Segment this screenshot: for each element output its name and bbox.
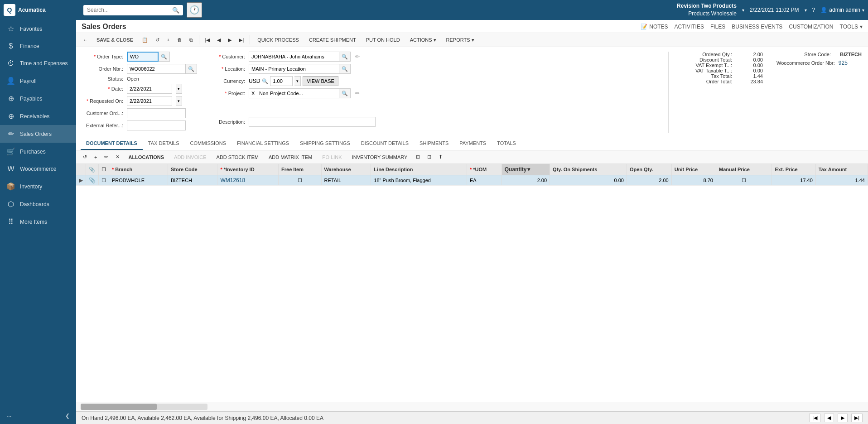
prev-record-button[interactable]: ◀ [215, 36, 223, 44]
history-button[interactable]: 🕐 [187, 2, 202, 18]
search-input[interactable] [87, 7, 169, 13]
tab-shipping-settings[interactable]: SHIPPING SETTINGS [294, 137, 356, 150]
sidebar-item-receivables[interactable]: ⊕ Receivables [0, 107, 76, 125]
next-record-button[interactable]: ▶ [226, 36, 234, 44]
last-record-button[interactable]: ▶| [236, 36, 246, 44]
project-input[interactable] [249, 88, 339, 98]
inventory-id-link[interactable]: WM12618 [220, 177, 245, 183]
customer-field[interactable]: 🔍 [249, 52, 351, 62]
actions-button[interactable]: ACTIONS ▾ [406, 36, 440, 44]
customer-ord-input[interactable] [127, 108, 186, 118]
export-button[interactable]: ⬆ [436, 153, 445, 161]
copy-button[interactable]: 📋 [140, 36, 150, 44]
scrollbar-thumb[interactable] [81, 404, 157, 410]
tab-payments[interactable]: PAYMENTS [454, 137, 492, 150]
table-row[interactable]: ▶ 📎 ☐ PRODWHOLE BIZTECH WM12618 ☐ RETAIL… [76, 175, 868, 186]
customization-action[interactable]: CUSTOMIZATION [789, 24, 833, 30]
project-field[interactable]: 🔍 [249, 88, 351, 98]
sidebar-item-payables[interactable]: ⊕ Payables [0, 90, 76, 107]
grid-container[interactable]: 📎 ☐ Branch Store Code *Inventory ID Free… [76, 164, 868, 402]
order-type-input[interactable] [127, 52, 159, 62]
tab-totals[interactable]: TOTALS [492, 137, 521, 150]
search-box[interactable]: 🔍 [83, 5, 183, 15]
tab-document-details[interactable]: DOCUMENT DETAILS [81, 137, 143, 150]
create-shipment-button[interactable]: CREATE SHIPMENT [305, 36, 360, 44]
customer-input[interactable] [249, 52, 339, 62]
status-prev-button[interactable]: ◀ [824, 414, 834, 422]
location-field[interactable]: 🔍 [249, 64, 351, 74]
currency-lookup-icon[interactable]: 🔍 [262, 78, 268, 84]
cell-checkbox[interactable]: ☐ [99, 175, 109, 186]
quick-process-button[interactable]: QUICK PROCESS [254, 36, 303, 44]
reports-button[interactable]: REPORTS ▾ [443, 36, 478, 44]
col-quantity[interactable]: Quantity ▾ [502, 164, 550, 175]
date-input[interactable] [127, 84, 172, 94]
datetime-dropdown-arrow[interactable]: ▾ [805, 8, 807, 13]
cell-free-item[interactable]: ☐ [279, 175, 322, 186]
location-lookup-icon[interactable]: 🔍 [339, 64, 351, 74]
delete-button[interactable]: 🗑 [175, 36, 184, 44]
activities-action[interactable]: ACTIVITIES [675, 24, 704, 30]
excel-button[interactable]: ⊡ [425, 153, 434, 161]
location-input[interactable] [249, 64, 339, 74]
order-nbr-field[interactable]: 🔍 [127, 64, 197, 74]
sidebar-item-purchases[interactable]: 🛒 Purchases [0, 143, 76, 160]
help-button[interactable]: ? [812, 7, 815, 13]
horizontal-scrollbar[interactable] [81, 404, 207, 410]
sidebar-bottom[interactable]: ··· ❮ [0, 408, 76, 424]
requested-on-input[interactable] [127, 96, 172, 106]
col-uom[interactable]: *UOM [467, 164, 502, 175]
project-edit-icon[interactable]: ✏ [355, 90, 360, 96]
grid-delete-button[interactable]: ✕ [113, 153, 122, 161]
cell-inventory-id[interactable]: WM12618 [217, 175, 279, 186]
columns-button[interactable]: ⊞ [414, 153, 422, 161]
sidebar-item-favorites[interactable]: ☆ Favorites [0, 20, 76, 38]
po-link-button[interactable]: PO LINK [318, 153, 345, 161]
tab-commissions[interactable]: COMMISSIONS [185, 137, 231, 150]
external-refer-input[interactable] [127, 120, 186, 130]
order-nbr-lookup-icon[interactable]: 🔍 [186, 64, 197, 74]
save-close-button[interactable]: SAVE & CLOSE [93, 36, 137, 44]
exchange-rate-input[interactable] [270, 76, 293, 86]
tab-tax-details[interactable]: TAX DETAILS [143, 137, 185, 150]
project-lookup-icon[interactable]: 🔍 [339, 88, 351, 98]
tools-action[interactable]: TOOLS ▾ [840, 24, 863, 30]
tab-shipments[interactable]: SHIPMENTS [414, 137, 454, 150]
grid-edit-button[interactable]: ✏ [102, 153, 111, 161]
status-next-button[interactable]: ▶ [838, 414, 848, 422]
add-stock-item-button[interactable]: ADD STOCK ITEM [213, 153, 262, 161]
order-type-lookup-icon[interactable]: 🔍 [159, 52, 170, 62]
expand-icon[interactable]: ▶ [79, 177, 83, 183]
business-events-action[interactable]: BUSINESS EVENTS [732, 24, 782, 30]
sidebar-item-payroll[interactable]: 👤 Payroll [0, 72, 76, 90]
woo-order-value[interactable]: 925 [839, 60, 848, 66]
collapse-sidebar-button[interactable]: ❮ [65, 413, 70, 419]
files-action[interactable]: FILES [710, 24, 725, 30]
tab-financial-settings[interactable]: FINANCIAL SETTINGS [231, 137, 294, 150]
cell-manual-price[interactable]: ☐ [716, 175, 772, 186]
add-button[interactable]: + [164, 36, 172, 44]
cell-expand[interactable]: ▶ [76, 175, 86, 186]
back-button[interactable]: ← [81, 36, 90, 44]
allocations-button[interactable]: ALLOCATIONS [125, 153, 168, 161]
order-type-field[interactable]: 🔍 [127, 52, 170, 62]
user-button[interactable]: 👤 admin admin ▾ [820, 7, 864, 13]
put-on-hold-button[interactable]: PUT ON HOLD [362, 36, 404, 44]
status-first-button[interactable]: |◀ [809, 414, 820, 422]
revision-dropdown-arrow[interactable]: ▾ [742, 8, 744, 13]
order-nbr-input[interactable] [127, 64, 186, 74]
customer-edit-icon[interactable]: ✏ [355, 53, 360, 60]
refresh-button[interactable]: ↺ [153, 36, 162, 44]
view-base-button[interactable]: VIEW BASE [303, 76, 338, 86]
add-invoice-button[interactable]: ADD INVOICE [170, 153, 210, 161]
grid-add-button[interactable]: + [92, 153, 99, 161]
sidebar-item-woocommerce[interactable]: W Woocommerce [0, 160, 76, 178]
description-input[interactable] [249, 117, 376, 127]
requested-on-dropdown-arrow[interactable]: ▾ [176, 96, 182, 106]
sidebar-item-sales-orders[interactable]: ✏ Sales Orders [0, 125, 76, 143]
customer-lookup-icon[interactable]: 🔍 [339, 52, 351, 62]
grid-refresh-button[interactable]: ↺ [81, 153, 89, 161]
tab-discount-details[interactable]: DISCOUNT DETAILS [356, 137, 414, 150]
sidebar-item-finance[interactable]: $ Finance [0, 38, 76, 55]
duplicate-button[interactable]: ⧉ [187, 36, 195, 44]
